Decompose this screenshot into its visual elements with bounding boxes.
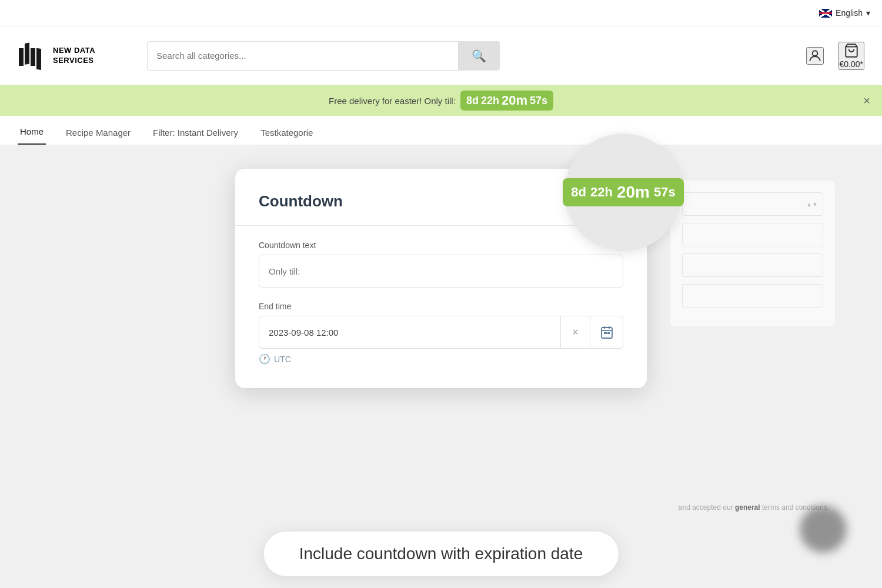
svg-rect-0 [19, 48, 24, 66]
uk-flag-icon [819, 9, 832, 18]
bubble-seconds: 57s [654, 185, 676, 200]
blur-circle-decoration [800, 506, 847, 553]
bg-form-field-3 [682, 284, 823, 308]
promo-close-button[interactable]: × [863, 94, 870, 108]
bg-form-field-2 [682, 253, 823, 277]
bottom-tooltip: Include countdown with expiration date [264, 532, 619, 576]
logo-text: NEW DATA SERVICES [53, 46, 95, 66]
svg-rect-12 [608, 332, 610, 334]
countdown-bubble-inner: 8d 22h 20m 57s [563, 178, 683, 206]
bubble-hours: 22h [590, 185, 616, 200]
logo-icon [18, 41, 47, 71]
language-selector[interactable]: English ▾ [819, 8, 870, 18]
countdown-modal: 8d 22h 20m 57s Countdown Countdown text [235, 169, 647, 388]
main-content: and accepted our general terms and condi… [0, 145, 882, 588]
countdown-text-label: Countdown text [259, 240, 623, 250]
end-time-container: × [259, 316, 623, 349]
clear-icon: × [572, 326, 579, 339]
cart-icon [844, 43, 859, 58]
countdown-bubble: 8d 22h 20m 57s [564, 133, 682, 251]
background-terms: and accepted our general terms and condi… [679, 503, 829, 512]
promo-text: Free delivery for easter! Only till: 8d … [329, 91, 553, 111]
globe-icon: 🕐 [259, 353, 270, 365]
top-bar: English ▾ [0, 0, 882, 26]
bubble-minutes: 20m [617, 183, 653, 202]
nav-item-testkategorie[interactable]: Testkategorie [258, 128, 315, 145]
timezone-text: UTC [274, 355, 291, 364]
header-actions: €0.00* [806, 42, 864, 70]
countdown-minutes: 20m [502, 93, 527, 108]
svg-rect-2 [31, 48, 35, 66]
account-button[interactable] [806, 47, 824, 65]
countdown-seconds: 57s [530, 95, 547, 107]
svg-rect-11 [606, 332, 607, 334]
svg-rect-10 [604, 332, 606, 334]
svg-point-4 [812, 51, 817, 56]
search-input[interactable] [147, 41, 459, 71]
search-button[interactable]: 🔍 [459, 41, 500, 71]
end-time-calendar-button[interactable] [590, 316, 623, 349]
calendar-icon [600, 325, 614, 339]
timezone-label: 🕐 UTC [259, 353, 623, 365]
cart-price: €0.00* [840, 59, 863, 69]
user-icon [807, 48, 823, 64]
nav-item-recipe-manager[interactable]: Recipe Manager [64, 128, 133, 145]
countdown-days: 8d [466, 95, 479, 107]
end-time-label: End time [259, 302, 623, 311]
bubble-days: 8d [571, 185, 589, 200]
bg-form-select [682, 192, 823, 216]
countdown-text-input[interactable] [259, 255, 623, 288]
countdown-hours: 22h [481, 95, 499, 107]
bg-form-field-1 [682, 223, 823, 246]
nav-item-home[interactable]: Home [18, 126, 46, 145]
promo-message: Free delivery for easter! Only till: [329, 96, 456, 106]
nav-item-filter-instant[interactable]: Filter: Instant Delivery [151, 128, 240, 145]
countdown-inline: 8d 22h 20m 57s [460, 91, 553, 111]
background-form [670, 181, 835, 326]
language-label: English [836, 8, 863, 18]
logo: NEW DATA SERVICES [18, 41, 135, 71]
language-chevron-icon: ▾ [866, 8, 870, 18]
end-time-input[interactable] [259, 316, 561, 349]
cart-button[interactable]: €0.00* [838, 42, 864, 70]
search-container: 🔍 [147, 41, 500, 71]
header: NEW DATA SERVICES 🔍 €0.00* [0, 26, 882, 85]
svg-rect-3 [36, 48, 41, 69]
end-time-clear-button[interactable]: × [561, 316, 590, 349]
main-nav: Home Recipe Manager Filter: Instant Deli… [0, 116, 882, 145]
tooltip-text: Include countdown with expiration date [299, 544, 583, 563]
search-icon: 🔍 [472, 49, 486, 63]
svg-rect-1 [25, 42, 29, 64]
promo-banner: Free delivery for easter! Only till: 8d … [0, 85, 882, 116]
